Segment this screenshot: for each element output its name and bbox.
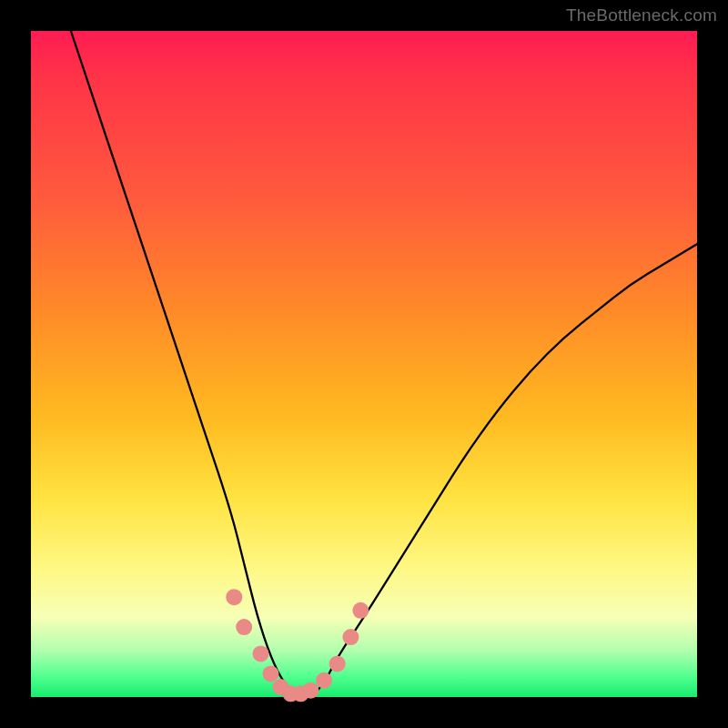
plot-area (31, 31, 697, 697)
curve-layer (31, 31, 697, 697)
highlight-dot (226, 589, 242, 605)
highlight-dot (263, 665, 279, 682)
bottleneck-curve (71, 31, 697, 697)
highlight-dot (352, 602, 369, 619)
chart-frame: TheBottleneck.com (0, 0, 728, 728)
watermark-text: TheBottleneck.com (566, 5, 717, 25)
highlight-dot (329, 655, 346, 672)
highlight-dot (316, 672, 332, 689)
highlight-dot (342, 629, 359, 645)
highlight-dot (302, 682, 318, 699)
highlight-dot (253, 645, 269, 662)
highlight-dot (236, 619, 252, 635)
